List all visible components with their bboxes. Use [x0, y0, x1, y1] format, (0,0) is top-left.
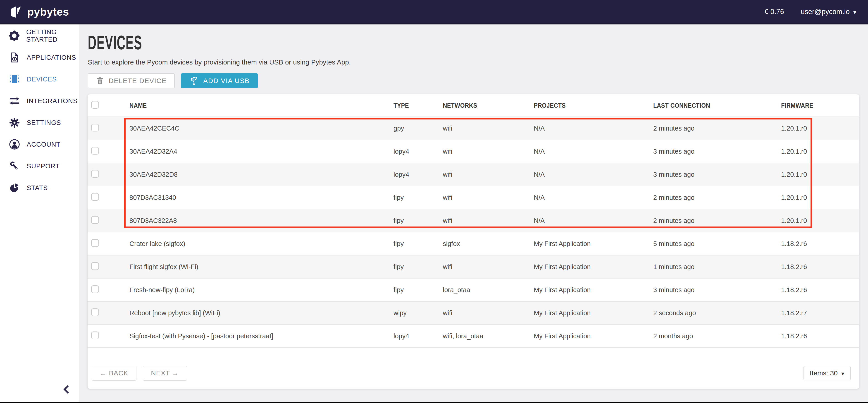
toolbar: DELETE DEVICE ADD VIA USB — [88, 73, 868, 88]
sidebar-item-label: INTEGRATIONS — [27, 97, 78, 105]
device-networks-cell: wifi, lora_otaa — [443, 332, 534, 340]
back-button[interactable]: ← BACK — [92, 366, 136, 381]
device-firmware-cell: 1.18.2.r6 — [781, 240, 859, 248]
select-all-checkbox[interactable] — [91, 101, 99, 108]
device-type-cell: lopy4 — [394, 148, 443, 155]
row-checkbox-cell — [88, 332, 129, 341]
sidebar-item-devices[interactable]: DEVICES — [0, 68, 79, 90]
row-checkbox[interactable] — [91, 170, 99, 178]
table-row[interactable]: Fresh-new-fipy (LoRa)fipylora_otaaMy Fir… — [88, 279, 859, 302]
sidebar-item-stats[interactable]: STATS — [0, 177, 79, 199]
device-projects-cell: N/A — [534, 217, 653, 224]
device-firmware-cell: 1.20.1.r0 — [781, 194, 859, 202]
table-row[interactable]: 30AEA42D32D8lopy4wifiN/A3 minutes ago1.2… — [88, 163, 859, 186]
pagination: ← BACK NEXT → Items: 30 ▾ — [92, 366, 850, 381]
row-checkbox[interactable] — [91, 193, 99, 201]
table-row[interactable]: 807D3AC322A8fipywifiN/A2 minutes ago1.20… — [88, 209, 859, 232]
device-networks-cell: wifi — [443, 309, 534, 317]
device-firmware-cell: 1.18.2.r6 — [781, 263, 859, 271]
window-bottom-edge — [0, 402, 868, 403]
add-via-usb-button[interactable]: ADD VIA USB — [181, 73, 258, 88]
caret-down-icon: ▾ — [853, 9, 856, 16]
device-type-cell: gpy — [394, 125, 443, 132]
device-last-connection-cell: 2 minutes ago — [653, 125, 781, 132]
device-name-cell: 30AEA42D32A4 — [129, 148, 394, 155]
sidebar-item-integrations[interactable]: INTEGRATIONS — [0, 90, 79, 112]
column-header-projects: PROJECTS — [534, 102, 653, 109]
sidebar-item-label: SUPPORT — [27, 162, 60, 170]
device-projects-cell: N/A — [534, 194, 653, 202]
device-projects-cell: My First Application — [534, 332, 653, 340]
device-last-connection-cell: 3 minutes ago — [653, 286, 781, 294]
table-row[interactable]: Crater-lake (sigfox)fipysigfoxMy First A… — [88, 232, 859, 255]
gear-icon — [9, 117, 20, 128]
table-row[interactable]: 30AEA42CEC4CgpywifiN/A2 minutes ago1.20.… — [88, 117, 859, 140]
device-last-connection-cell: 5 minutes ago — [653, 240, 781, 248]
sidebar-item-getting-started[interactable]: GETTING STARTED — [0, 25, 79, 46]
table-row[interactable]: Reboot [new pybytes lib] (WiFi)wipywifiM… — [88, 302, 859, 325]
device-last-connection-cell: 2 seconds ago — [653, 309, 781, 317]
pybytes-logo[interactable]: pybytes — [10, 6, 69, 18]
sidebar-items: GETTING STARTED APPLICATIONS — [0, 25, 79, 199]
device-firmware-cell: 1.20.1.r0 — [781, 217, 859, 224]
code-document-icon — [9, 52, 20, 63]
device-projects-cell: My First Application — [534, 263, 653, 271]
table-row[interactable]: Sigfox-test (with Pysense) - [pastoor pe… — [88, 325, 859, 348]
device-type-cell: fipy — [394, 286, 443, 294]
table-header-row: NAME TYPE NETWORKS PROJECTS LAST CONNECT… — [88, 94, 859, 117]
sidebar-item-support[interactable]: SUPPORT — [0, 155, 79, 177]
row-checkbox[interactable] — [91, 308, 99, 316]
device-name-cell: First flight sigfox (Wi-Fi) — [129, 263, 394, 271]
sidebar-item-label: SETTINGS — [27, 119, 61, 126]
items-per-page-dropdown[interactable]: Items: 30 ▾ — [804, 366, 850, 380]
transfer-arrows-icon — [9, 95, 20, 106]
device-table-rows: 30AEA42CEC4CgpywifiN/A2 minutes ago1.20.… — [88, 117, 859, 348]
next-button[interactable]: NEXT → — [143, 366, 187, 381]
device-networks-cell: wifi — [443, 125, 534, 132]
sidebar-item-settings[interactable]: SETTINGS — [0, 112, 79, 133]
row-checkbox[interactable] — [91, 147, 99, 155]
device-firmware-cell: 1.20.1.r0 — [781, 148, 859, 155]
column-header-networks: NETWORKS — [443, 102, 534, 109]
row-checkbox-cell — [88, 308, 129, 318]
device-name-cell: 30AEA42D32D8 — [129, 171, 394, 178]
device-projects-cell: N/A — [534, 125, 653, 132]
device-name-cell: Sigfox-test (with Pysense) - [pastoor pe… — [129, 332, 394, 340]
row-checkbox[interactable] — [91, 262, 99, 270]
row-checkbox[interactable] — [91, 285, 99, 293]
sidebar-item-account[interactable]: ACCOUNT — [0, 133, 79, 155]
account-balance: € 0.76 — [765, 8, 784, 16]
pagination-nav: ← BACK NEXT → — [92, 366, 187, 381]
device-firmware-cell: 1.18.2.r6 — [781, 332, 859, 340]
device-type-cell: lopy4 — [394, 171, 443, 178]
row-checkbox-cell — [88, 216, 129, 225]
row-checkbox[interactable] — [91, 332, 99, 339]
device-networks-cell: wifi — [443, 263, 534, 271]
chevron-left-icon — [62, 384, 71, 394]
row-checkbox[interactable] — [91, 239, 99, 247]
wrench-icon — [9, 161, 20, 172]
row-checkbox-cell — [88, 239, 129, 248]
device-projects-cell: My First Application — [534, 286, 653, 294]
device-projects-cell: My First Application — [534, 240, 653, 248]
table-row[interactable]: 807D3AC31340fipywifiN/A2 minutes ago1.20… — [88, 186, 859, 209]
table-row[interactable]: 30AEA42D32A4lopy4wifiN/A3 minutes ago1.2… — [88, 140, 859, 163]
user-email: user@pycom.io — [801, 8, 850, 16]
sidebar-item-label: ACCOUNT — [27, 141, 60, 148]
sidebar-item-applications[interactable]: APPLICATIONS — [0, 46, 79, 68]
device-name-cell: Reboot [new pybytes lib] (WiFi) — [129, 309, 394, 317]
row-checkbox[interactable] — [91, 124, 99, 131]
user-menu[interactable]: user@pycom.io ▾ — [801, 8, 856, 16]
trash-icon — [96, 77, 104, 85]
delete-device-button[interactable]: DELETE DEVICE — [88, 73, 175, 88]
column-header-name: NAME — [129, 102, 394, 109]
device-type-cell: wipy — [394, 309, 443, 317]
row-checkbox[interactable] — [91, 216, 99, 224]
column-header-last-connection: LAST CONNECTION — [653, 102, 781, 109]
topbar: pybytes € 0.76 user@pycom.io ▾ — [0, 0, 868, 25]
table-row[interactable]: First flight sigfox (Wi-Fi)fipywifiMy Fi… — [88, 255, 859, 279]
sidebar-item-label: STATS — [27, 184, 48, 192]
sidebar-item-label: APPLICATIONS — [27, 54, 76, 61]
sidebar-collapse-button[interactable] — [61, 383, 72, 395]
device-name-cell: 30AEA42CEC4C — [129, 125, 394, 132]
